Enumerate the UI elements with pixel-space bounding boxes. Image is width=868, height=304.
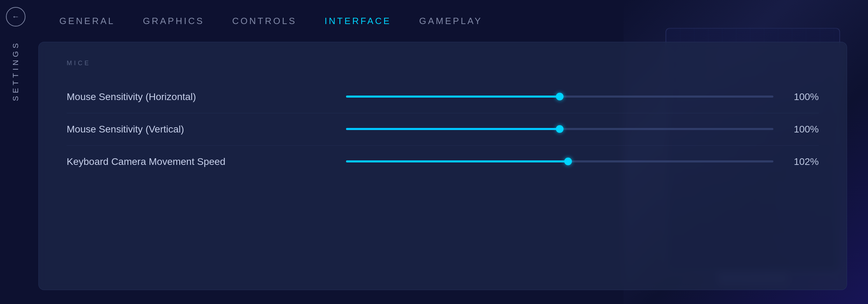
settings-label: SETTINGS: [11, 40, 20, 101]
nav-item-general[interactable]: GENERAL: [45, 13, 129, 29]
content-panel: MICE Mouse Sensitivity (Horizontal) 100%: [38, 42, 847, 290]
back-arrow-icon: ←: [12, 12, 20, 21]
sidebar: ← SETTINGS: [0, 0, 31, 304]
nav-item-graphics[interactable]: GRAPHICS: [129, 13, 218, 29]
mouse-vertical-value: 100%: [787, 124, 819, 135]
mouse-horizontal-label: Mouse Sensitivity (Horizontal): [67, 91, 276, 102]
mouse-vertical-label: Mouse Sensitivity (Vertical): [67, 124, 276, 135]
mouse-horizontal-value: 100%: [787, 91, 819, 102]
main-content: GENERAL GRAPHICS CONTROLS INTERFACE GAME…: [31, 0, 868, 304]
panel-title: MICE: [67, 60, 819, 67]
nav-item-controls[interactable]: CONTROLS: [218, 13, 310, 29]
top-nav: GENERAL GRAPHICS CONTROLS INTERFACE GAME…: [38, 0, 847, 42]
mouse-vertical-slider[interactable]: [346, 128, 773, 131]
keyboard-camera-control: 102%: [276, 156, 819, 167]
keyboard-camera-value: 102%: [787, 156, 819, 167]
setting-row-keyboard-camera: Keyboard Camera Movement Speed 102%: [67, 146, 819, 178]
mouse-horizontal-slider[interactable]: [346, 96, 773, 98]
mouse-vertical-control: 100%: [276, 124, 819, 135]
keyboard-camera-label: Keyboard Camera Movement Speed: [67, 156, 276, 167]
setting-row-mouse-horizontal: Mouse Sensitivity (Horizontal) 100%: [67, 81, 819, 113]
back-button[interactable]: ←: [6, 7, 25, 26]
nav-item-gameplay[interactable]: GAMEPLAY: [405, 13, 496, 29]
nav-item-interface[interactable]: INTERFACE: [311, 13, 405, 29]
setting-row-mouse-vertical: Mouse Sensitivity (Vertical) 100%: [67, 113, 819, 146]
keyboard-camera-slider[interactable]: [346, 160, 773, 163]
mouse-horizontal-control: 100%: [276, 91, 819, 102]
